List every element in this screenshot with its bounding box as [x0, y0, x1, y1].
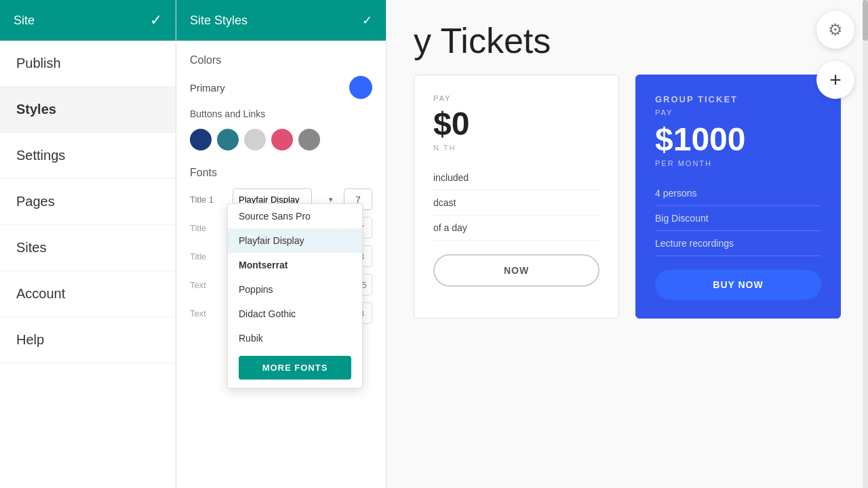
sidebar-title: Site	[14, 14, 35, 28]
other-feature-2: dcast	[433, 190, 599, 216]
styles-panel-check-icon: ✓	[362, 13, 372, 28]
font-row-text2-label: Text	[190, 308, 227, 319]
ticket-card-group: GROUP TICKET PAY $1000 PER MONTH 4 perso…	[635, 75, 841, 319]
group-pay-label: PAY	[655, 108, 821, 117]
sidebar-item-pages[interactable]: Pages	[0, 179, 176, 225]
styles-panel: Site Styles ✓ Colors Primary Buttons and…	[176, 0, 387, 488]
sidebar-item-settings[interactable]: Settings	[0, 133, 176, 179]
sidebar-item-sites[interactable]: Sites	[0, 225, 176, 271]
font-option-didact-gothic[interactable]: Didact Gothic	[228, 302, 362, 326]
color-swatches	[190, 129, 372, 150]
ticket-card-default: PAY $0 N TH included dcast of a day NOW	[414, 75, 619, 319]
group-ticket-type-label: GROUP TICKET	[655, 94, 821, 104]
sidebar-item-account[interactable]: Account	[0, 271, 176, 317]
font-row-title1-label: Title 1	[190, 195, 227, 205]
sidebar-nav: Publish Styles Settings Pages Sites Acco…	[0, 41, 176, 488]
other-feature-1: included	[433, 165, 599, 190]
swatch-teal[interactable]	[217, 129, 239, 150]
add-icon: +	[829, 68, 842, 92]
group-feature-3: Lecture recordings	[655, 231, 821, 256]
sidebar-item-styles[interactable]: Styles	[0, 87, 176, 133]
swatch-dark-blue[interactable]	[190, 129, 212, 150]
sidebar-check-icon: ✓	[150, 12, 162, 29]
scrollbar-thumb[interactable]	[863, 0, 868, 41]
sidebar-header: Site ✓	[0, 0, 176, 41]
other-pay-label: PAY	[433, 94, 599, 102]
add-button[interactable]: +	[816, 61, 854, 99]
primary-color-row: Primary	[190, 76, 372, 99]
group-features: 4 persons Big Discount Lecture recording…	[655, 181, 821, 256]
sidebar-item-help[interactable]: Help	[0, 317, 176, 363]
group-feature-1: 4 persons	[655, 181, 821, 206]
group-buy-button[interactable]: BUY NOW	[655, 270, 821, 300]
more-fonts-button[interactable]: MORE FONTS	[239, 356, 351, 380]
scrollbar-track	[863, 0, 868, 488]
page-title: y Tickets	[414, 20, 841, 61]
sidebar: Site ✓ Publish Styles Settings Pages Sit…	[0, 0, 176, 488]
font-option-montserrat[interactable]: Montserrat	[228, 253, 362, 277]
buttons-links-label: Buttons and Links	[190, 108, 372, 119]
colors-section-label: Colors	[190, 54, 372, 66]
other-features: included dcast of a day	[433, 165, 599, 241]
fonts-section-label: Fonts	[190, 167, 372, 179]
primary-color-swatch[interactable]	[349, 76, 372, 99]
main-content: ⚙ + y Tickets PAY $0 N TH included dcast…	[387, 0, 868, 488]
group-price: $1000	[655, 121, 821, 158]
other-per-month: N TH	[433, 144, 599, 152]
other-feature-3: of a day	[433, 216, 599, 241]
primary-label: Primary	[190, 82, 225, 94]
gear-button[interactable]: ⚙	[816, 11, 854, 49]
font-option-rubik[interactable]: Rubik	[228, 326, 362, 350]
tickets-row: PAY $0 N TH included dcast of a day NOW …	[414, 75, 841, 319]
group-feature-2: Big Discount	[655, 206, 821, 231]
swatch-pink-red[interactable]	[271, 129, 293, 150]
font-option-playfair-display[interactable]: Playfair Display	[228, 228, 362, 253]
group-per-month: PER MONTH	[655, 159, 821, 167]
styles-panel-title: Site Styles	[190, 14, 248, 28]
other-buy-button[interactable]: NOW	[433, 254, 599, 287]
gear-icon: ⚙	[828, 20, 843, 39]
font-row-title2-label: Title	[190, 223, 227, 233]
font-row-text1-label: Text	[190, 280, 227, 290]
other-price: $0	[433, 105, 599, 142]
page-inner: y Tickets PAY $0 N TH included dcast of …	[387, 0, 868, 339]
font-row-title3-label: Title	[190, 251, 227, 262]
swatch-gray[interactable]	[298, 129, 320, 150]
swatch-light-gray[interactable]	[244, 129, 266, 150]
font-option-poppins[interactable]: Poppins	[228, 277, 362, 302]
font-dropdown: Source Sans Pro Playfair Display Montser…	[227, 203, 363, 388]
sidebar-item-publish[interactable]: Publish	[0, 41, 176, 87]
styles-panel-header: Site Styles ✓	[176, 0, 386, 41]
font-option-source-sans-pro[interactable]: Source Sans Pro	[228, 204, 362, 228]
